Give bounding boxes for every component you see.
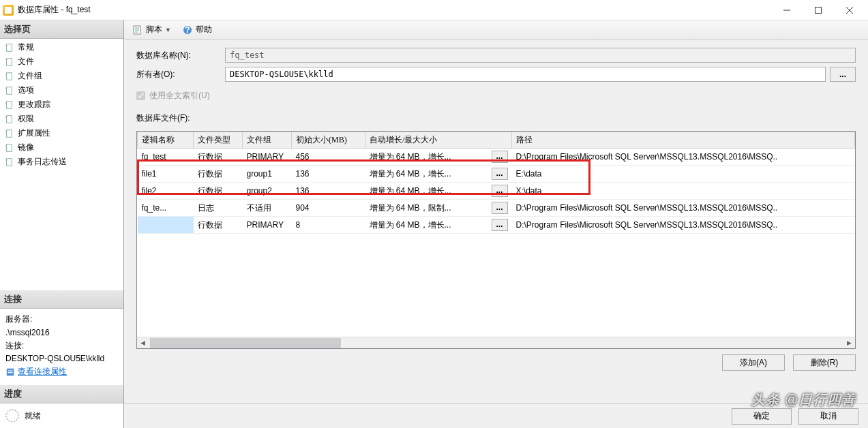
cell-size[interactable]: 456	[292, 149, 365, 166]
page-icon	[4, 57, 15, 67]
cell-size[interactable]: 136	[292, 183, 365, 200]
cell-group[interactable]: PRIMARY	[243, 217, 292, 234]
script-button[interactable]: 脚本 ▼	[128, 22, 175, 37]
svg-text:?: ?	[185, 25, 190, 35]
svg-rect-5	[7, 58, 12, 65]
fulltext-row: 使用全文索引(U)	[136, 86, 856, 108]
table-row[interactable]: file2行数据group2136增量为 64 MB，增长......X:\da…	[138, 183, 855, 200]
cell-group[interactable]: PRIMARY	[243, 149, 292, 166]
table-row[interactable]: fq_te...日志不适用904增量为 64 MB，限制......D:\Pro…	[138, 200, 855, 217]
cell-size[interactable]: 8	[292, 217, 365, 234]
script-label: 脚本	[146, 24, 162, 35]
remove-button[interactable]: 删除(R)	[793, 354, 856, 371]
scroll-thumb[interactable]	[150, 338, 341, 348]
col-path[interactable]: 路径	[512, 132, 855, 149]
svg-rect-6	[7, 72, 12, 80]
cell-name[interactable]: file2	[138, 183, 194, 200]
col-logical-name[interactable]: 逻辑名称	[138, 132, 194, 149]
cell-size[interactable]: 904	[292, 200, 365, 217]
maximize-button[interactable]	[803, 0, 834, 20]
svg-rect-15	[8, 372, 13, 373]
page-icon	[4, 85, 15, 96]
col-filegroup[interactable]: 文件组	[243, 132, 292, 149]
cell-type[interactable]: 行数据	[194, 217, 243, 234]
cell-group[interactable]: group2	[243, 183, 292, 200]
autogrowth-ellipsis-button[interactable]: ...	[492, 168, 508, 180]
nav-item-logshipping[interactable]: 事务日志传送	[0, 155, 123, 169]
nav-label: 文件	[18, 56, 34, 67]
owner-browse-button[interactable]: ...	[830, 67, 856, 82]
table-row[interactable]: fq_test行数据PRIMARY456增量为 64 MB，增长......D:…	[138, 149, 855, 166]
horizontal-scrollbar[interactable]: ◀ ▶	[137, 337, 855, 348]
nav-label: 权限	[18, 113, 34, 125]
minimize-button[interactable]	[771, 0, 803, 20]
svg-rect-9	[7, 115, 12, 123]
nav-item-general[interactable]: 常规	[0, 40, 123, 55]
nav-label: 选项	[18, 85, 34, 96]
col-initial-size[interactable]: 初始大小(MB)	[292, 132, 365, 149]
properties-icon	[5, 367, 15, 377]
nav-item-mirroring[interactable]: 镜像	[0, 140, 123, 155]
add-button[interactable]: 添加(A)	[722, 354, 785, 371]
cell-type[interactable]: 日志	[194, 200, 243, 217]
svg-rect-14	[8, 370, 13, 371]
cell-group[interactable]: 不适用	[243, 200, 292, 217]
page-icon	[4, 71, 15, 82]
cell-path[interactable]: D:\Program Files\Microsoft SQL Server\MS…	[512, 217, 855, 234]
cell-path[interactable]: D:\Program Files\Microsoft SQL Server\MS…	[512, 149, 855, 166]
progress-status: 就绪	[25, 410, 41, 422]
cell-name[interactable]: file1	[138, 166, 194, 183]
svg-rect-7	[7, 87, 12, 94]
cell-path[interactable]: X:\data	[512, 183, 855, 200]
col-autogrowth[interactable]: 自动增长/最大大小	[365, 132, 512, 149]
nav-item-filegroups[interactable]: 文件组	[0, 69, 123, 83]
cell-size[interactable]: 136	[292, 166, 365, 183]
nav-item-permissions[interactable]: 权限	[0, 112, 123, 126]
table-row[interactable]: file1行数据group1136增量为 64 MB，增长......E:\da…	[138, 166, 855, 183]
toolbar: 脚本 ▼ ? 帮助	[124, 20, 868, 40]
ok-button[interactable]: 确定	[732, 408, 792, 425]
svg-rect-1	[815, 7, 822, 13]
files-grid[interactable]: 逻辑名称 文件类型 文件组 初始大小(MB) 自动增长/最大大小 路径 fq_t…	[136, 131, 856, 349]
cell-type[interactable]: 行数据	[194, 149, 243, 166]
autogrowth-ellipsis-button[interactable]: ...	[492, 219, 508, 231]
cell-name[interactable]	[138, 217, 194, 234]
nav-label: 镜像	[18, 142, 34, 153]
table-row[interactable]: 行数据PRIMARY8增量为 64 MB，增长......D:\Program …	[138, 217, 855, 234]
cell-growth[interactable]: 增量为 64 MB，增长......	[365, 183, 512, 200]
nav-item-extendedprops[interactable]: 扩展属性	[0, 126, 123, 140]
svg-rect-10	[7, 129, 12, 137]
nav-label: 更改跟踪	[18, 99, 50, 110]
nav-item-options[interactable]: 选项	[0, 83, 123, 97]
autogrowth-ellipsis-button[interactable]: ...	[492, 151, 508, 163]
nav-item-changetracking[interactable]: 更改跟踪	[0, 97, 123, 112]
grid-actions: 添加(A) 删除(R)	[124, 349, 868, 373]
progress-block: 就绪	[0, 403, 123, 428]
cell-growth[interactable]: 增量为 64 MB，增长......	[365, 166, 512, 183]
autogrowth-ellipsis-button[interactable]: ...	[492, 185, 508, 197]
scroll-right-arrow[interactable]: ▶	[843, 337, 855, 349]
grid-header-row: 逻辑名称 文件类型 文件组 初始大小(MB) 自动增长/最大大小 路径	[138, 132, 855, 149]
nav-item-files[interactable]: 文件	[0, 55, 123, 69]
cell-type[interactable]: 行数据	[194, 183, 243, 200]
cell-growth[interactable]: 增量为 64 MB，限制......	[365, 200, 512, 217]
cell-path[interactable]: D:\Program Files\Microsoft SQL Server\MS…	[512, 200, 855, 217]
help-button[interactable]: ? 帮助	[178, 22, 216, 37]
col-file-type[interactable]: 文件类型	[194, 132, 243, 149]
chevron-down-icon: ▼	[165, 27, 171, 33]
cell-path[interactable]: E:\data	[512, 166, 855, 183]
cell-type[interactable]: 行数据	[194, 166, 243, 183]
owner-input[interactable]	[225, 67, 826, 82]
page-icon	[4, 114, 15, 125]
cell-growth[interactable]: 增量为 64 MB，增长......	[365, 217, 512, 234]
scroll-left-arrow[interactable]: ◀	[137, 337, 149, 349]
cell-name[interactable]: fq_te...	[138, 200, 194, 217]
close-button[interactable]	[834, 0, 865, 20]
view-connection-props-link[interactable]: 查看连接属性	[5, 365, 67, 378]
autogrowth-ellipsis-button[interactable]: ...	[492, 202, 508, 214]
cell-name[interactable]: fq_test	[138, 149, 194, 166]
window-controls	[771, 0, 865, 20]
cancel-button[interactable]: 取消	[798, 408, 858, 425]
cell-group[interactable]: group1	[243, 166, 292, 183]
cell-growth[interactable]: 增量为 64 MB，增长......	[365, 149, 512, 166]
